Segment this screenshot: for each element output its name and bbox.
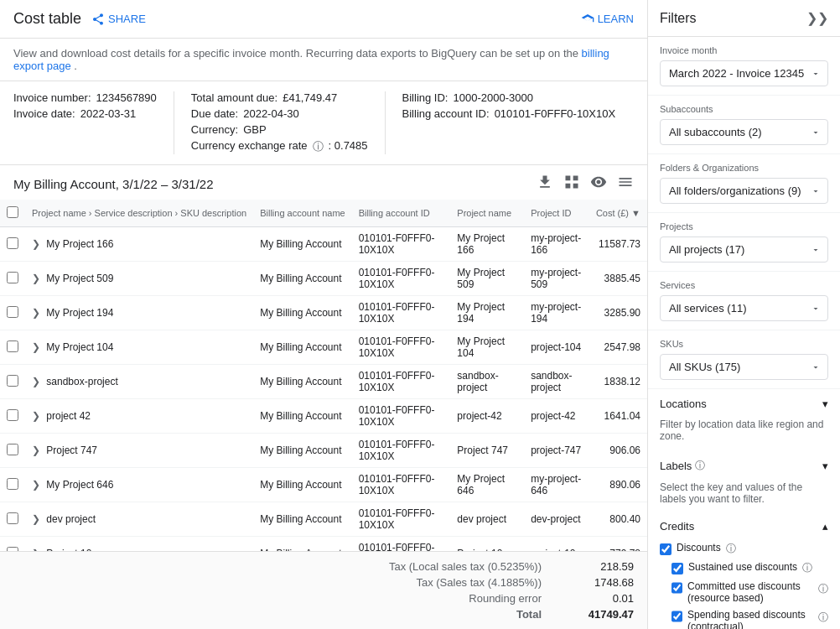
row-checkbox-3[interactable]	[7, 340, 18, 352]
locations-section-header[interactable]: Locations ▾	[648, 389, 840, 418]
discounts-row: Discounts ⓘ	[648, 539, 840, 559]
col-project-id: Project ID	[524, 200, 589, 227]
learn-button[interactable]: LEARN	[581, 13, 634, 26]
spending-based-checkbox[interactable]	[671, 611, 682, 622]
share-button[interactable]: SHARE	[91, 13, 146, 26]
collapse-sidebar-button[interactable]: ❯❯	[806, 10, 828, 26]
main-content: Cost table SHARE LEARN View and download…	[0, 0, 647, 629]
labels-collapse-icon: ▾	[822, 460, 828, 472]
expand-btn-8[interactable]: ❯	[32, 513, 40, 525]
credits-collapse-icon: ▴	[822, 520, 828, 533]
row-checkbox-1[interactable]	[7, 272, 18, 283]
services-filter: Services All services (11)	[648, 272, 840, 330]
share-icon	[91, 13, 105, 26]
table-row: ❯ sandbox-project My Billing Account 010…	[0, 365, 647, 399]
credits-header[interactable]: Credits ▴	[648, 513, 840, 539]
table-title: My Billing Account, 3/1/22 – 3/31/22	[13, 177, 213, 191]
sustained-use-checkbox[interactable]	[671, 563, 683, 574]
header: Cost table SHARE LEARN	[0, 0, 647, 39]
row-checkbox-5[interactable]	[7, 409, 18, 421]
summary-row: Rounding error 0.01	[13, 590, 634, 606]
row-checkbox-4[interactable]	[7, 375, 18, 387]
subaccounts-select[interactable]: All subaccounts (2)	[660, 119, 828, 145]
row-checkbox-0[interactable]	[7, 237, 18, 249]
table-row: ❯ My Project 646 My Billing Account 0101…	[0, 468, 647, 502]
invoice-number-row: Invoice number: 1234567890	[13, 91, 157, 104]
expand-btn-3[interactable]: ❯	[32, 341, 40, 353]
row-checkbox-7[interactable]	[7, 478, 18, 490]
col-cost[interactable]: Cost (£) ▼	[589, 200, 647, 227]
page-title: Cost table	[13, 10, 81, 28]
sustained-use-row: Sustained use discounts ⓘ	[648, 559, 840, 578]
table-row: ❯ Project 10 My Billing Account 010101-F…	[0, 537, 647, 552]
sidebar-filters: Filters ❯❯ Invoice month March 2022 - In…	[647, 0, 840, 629]
due-date-row: Due date: 2022-04-30	[191, 107, 368, 120]
subaccounts-filter: Subaccounts All subaccounts (2)	[648, 96, 840, 154]
table-row: ❯ project 42 My Billing Account 010101-F…	[0, 399, 647, 434]
expand-btn-0[interactable]: ❯	[32, 238, 40, 250]
summary-row: Tax (Sales tax (4.1885%)) 1748.68	[13, 574, 634, 590]
col-project-name: Project name › Service description › SKU…	[25, 200, 253, 227]
expand-btn-1[interactable]: ❯	[32, 273, 40, 284]
invoice-col-mid: Total amount due: £41,749.47 Due date: 2…	[174, 91, 368, 154]
invoice-date-row: Invoice date: 2022-03-31	[13, 107, 157, 120]
column-settings-icon[interactable]	[617, 174, 634, 195]
table-actions	[537, 174, 634, 195]
expand-btn-5[interactable]: ❯	[32, 410, 40, 422]
table-row: ❯ My Project 509 My Billing Account 0101…	[0, 262, 647, 296]
visibility-icon[interactable]	[590, 174, 607, 195]
summary-rows: Tax (Local sales tax (0.5235%)) 218.59 T…	[13, 559, 634, 622]
committed-help-icon[interactable]: ⓘ	[818, 582, 828, 596]
sidebar-header: Filters ❯❯	[648, 0, 840, 37]
description: View and download cost details for a spe…	[0, 39, 647, 81]
table-header-bar: My Billing Account, 3/1/22 – 3/31/22	[0, 165, 647, 200]
labels-help-icon[interactable]: ⓘ	[695, 459, 705, 473]
services-select[interactable]: All services (11)	[660, 295, 828, 321]
discounts-checkbox[interactable]	[660, 543, 671, 555]
summary-row: Total 41749.47	[13, 606, 634, 622]
expand-btn-4[interactable]: ❯	[32, 376, 40, 387]
header-left: Cost table SHARE	[13, 10, 146, 28]
labels-section-header[interactable]: Labels ⓘ ▾	[648, 450, 840, 481]
learn-icon	[581, 13, 594, 26]
spending-help-icon[interactable]: ⓘ	[818, 611, 828, 625]
exchange-rate-row: Currency exchange rate ⓘ : 0.7485	[191, 139, 368, 154]
folders-filter: Folders & Organizations All folders/orga…	[648, 154, 840, 213]
total-amount-row: Total amount due: £41,749.47	[191, 91, 368, 104]
currency-row: Currency: GBP	[191, 123, 368, 136]
locations-collapse-icon: ▾	[822, 398, 828, 410]
table-body: ❯ My Project 166 My Billing Account 0101…	[0, 227, 647, 552]
invoice-info: Invoice number: 1234567890 Invoice date:…	[0, 81, 647, 165]
help-icon[interactable]: ⓘ	[313, 139, 324, 154]
table-row: ❯ My Project 104 My Billing Account 0101…	[0, 330, 647, 365]
row-checkbox-6[interactable]	[7, 444, 18, 455]
spending-based-row: Spending based discounts (contractual) ⓘ	[648, 606, 840, 629]
projects-filter: Projects All projects (17)	[648, 213, 840, 272]
col-project: Project name	[450, 200, 524, 227]
select-all-checkbox[interactable]	[7, 206, 18, 218]
table-view-icon[interactable]	[563, 174, 580, 195]
expand-btn-7[interactable]: ❯	[32, 479, 40, 491]
table-row: ❯ My Project 166 My Billing Account 0101…	[0, 227, 647, 262]
folders-select[interactable]: All folders/organizations (9)	[660, 178, 828, 204]
invoice-month-select[interactable]: March 2022 - Invoice 1234567890	[660, 60, 828, 86]
committed-use-checkbox[interactable]	[671, 582, 682, 594]
locations-subsection: Filter by location data like region and …	[648, 418, 840, 450]
credits-section: Credits ▴ Discounts ⓘ Sustained use disc…	[648, 513, 840, 629]
table-section: My Billing Account, 3/1/22 – 3/31/22	[0, 165, 647, 551]
download-icon[interactable]	[537, 174, 553, 195]
expand-btn-6[interactable]: ❯	[32, 444, 40, 456]
expand-btn-2[interactable]: ❯	[32, 307, 40, 319]
invoice-col-right: Billing ID: 1000-2000-3000 Billing accou…	[385, 91, 616, 154]
row-checkbox-8[interactable]	[7, 512, 18, 524]
labels-subsection: Select the key and values of the labels …	[648, 481, 840, 513]
billing-id-row: Billing ID: 1000-2000-3000	[402, 91, 616, 104]
table-row: ❯ dev project My Billing Account 010101-…	[0, 502, 647, 537]
skus-select[interactable]: All SKUs (175)	[660, 354, 828, 380]
committed-use-row: Committed use discounts (resource based)…	[648, 578, 840, 606]
sustained-help-icon[interactable]: ⓘ	[802, 561, 812, 575]
projects-select[interactable]: All projects (17)	[660, 237, 828, 263]
discounts-help-icon[interactable]: ⓘ	[726, 542, 736, 556]
row-checkbox-2[interactable]	[7, 306, 18, 318]
cost-table: Project name › Service description › SKU…	[0, 200, 647, 551]
